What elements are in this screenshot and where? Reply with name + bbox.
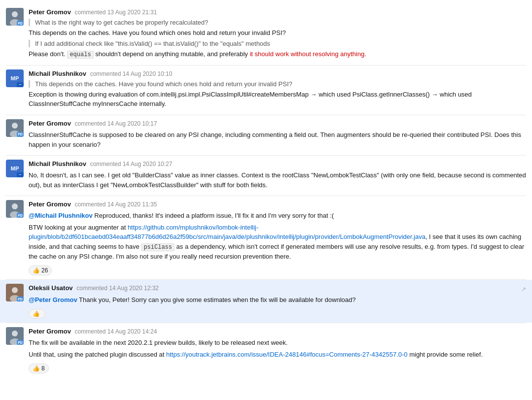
avatar: PD bbox=[6, 284, 24, 301]
comment-content: Oleksii Usatov commented 14 Aug 2020 12:… bbox=[29, 284, 526, 319]
reaction[interactable]: 👍 8 bbox=[29, 364, 49, 373]
comment-text: ClassInnerStuffCache is supposed to be c… bbox=[29, 130, 526, 149]
comment-timestamp: commented 14 Aug 2020 10:27 bbox=[90, 161, 173, 167]
comment-text: Exception is thowing during evaluation o… bbox=[29, 90, 526, 109]
comment-timestamp: commented 13 Aug 2020 21:31 bbox=[75, 9, 157, 16]
comment-text: Please don't. equals shouldn't depend on… bbox=[29, 49, 526, 59]
avatar-badge: PD bbox=[17, 340, 24, 345]
mention: @Peter Gromov bbox=[29, 296, 77, 303]
author-name: Peter Gromov bbox=[29, 200, 71, 208]
comment-timestamp: commented 14 Aug 2020 10:17 bbox=[75, 120, 157, 127]
svg-point-10 bbox=[12, 287, 18, 293]
author-name: Peter Gromov bbox=[29, 328, 71, 335]
comment-timestamp: commented 14 Aug 2020 10:10 bbox=[90, 70, 173, 77]
avatar-badge: PD bbox=[17, 21, 24, 26]
avatar: MP − bbox=[6, 160, 24, 177]
svg-point-13 bbox=[12, 331, 18, 336]
avatar-badge: PD bbox=[17, 297, 24, 301]
inline-code: psiClass bbox=[141, 243, 175, 251]
author-name: Oleksii Usatov bbox=[29, 284, 73, 292]
external-link-icon[interactable]: ↗ bbox=[521, 286, 526, 293]
reaction-emoji: 👍 bbox=[33, 365, 40, 372]
svg-point-4 bbox=[12, 123, 18, 129]
comment-header: Michail Plushnikov commented 14 Aug 2020… bbox=[29, 69, 526, 78]
reaction-count: 26 bbox=[41, 267, 48, 274]
link[interactable]: https://youtrack.jetbrains.com/issue/IDE… bbox=[166, 351, 408, 358]
avatar-badge: − bbox=[17, 172, 24, 177]
comment-block: PD Peter Gromov commented 14 Aug 2020 11… bbox=[0, 196, 532, 279]
reaction[interactable]: 👍 bbox=[29, 309, 45, 319]
comment-timestamp: commented 14 Aug 2020 11:35 bbox=[75, 201, 157, 208]
comment-text: Until that, using the patched plugin dis… bbox=[29, 350, 526, 360]
reaction[interactable]: 👍 26 bbox=[29, 266, 52, 275]
mention: @Michail Plushnikov bbox=[29, 212, 93, 219]
avatar: PD bbox=[6, 327, 24, 345]
comment-text: @Peter Gromov Thank you, Peter! Sorry ca… bbox=[29, 295, 526, 305]
comment-header: Peter Gromov commented 14 Aug 2020 11:35 bbox=[29, 200, 526, 209]
comment-text: The fix will be available in the next 20… bbox=[29, 338, 526, 348]
comment-text: No, It doesn't, as I can see. I get old … bbox=[29, 170, 526, 190]
author-name: Peter Gromov bbox=[29, 120, 71, 127]
svg-point-1 bbox=[12, 11, 18, 17]
avatar-badge: PD bbox=[17, 132, 24, 137]
author-name: Michail Plushnikov bbox=[29, 70, 86, 77]
comment-content: Michail Plushnikov commented 14 Aug 2020… bbox=[29, 69, 526, 111]
comment-content: Peter Gromov commented 14 Aug 2020 14:24… bbox=[29, 327, 526, 373]
comment-text: This depends on the caches. Have you fou… bbox=[29, 28, 526, 38]
svg-point-7 bbox=[12, 203, 18, 209]
avatar: MP − bbox=[6, 69, 24, 87]
comment-block: PD Peter Gromov commented 14 Aug 2020 14… bbox=[0, 323, 532, 377]
comment-text: @Michail Plushnikov Reproduced, thanks! … bbox=[29, 211, 526, 221]
quote-block: This depends on the caches. Have you fou… bbox=[29, 80, 526, 88]
comment-header: Oleksii Usatov commented 14 Aug 2020 12:… bbox=[29, 284, 526, 293]
comment-block: MP − Michail Plushnikov commented 14 Aug… bbox=[0, 66, 532, 115]
comment-header: Peter Gromov commented 13 Aug 2020 21:31 bbox=[29, 8, 526, 17]
avatar-initials: MP bbox=[11, 75, 19, 81]
comments-container: PD Peter Gromov commented 13 Aug 2020 21… bbox=[0, 4, 532, 377]
comment-timestamp: commented 14 Aug 2020 12:32 bbox=[76, 285, 159, 292]
comment-header: Michail Plushnikov commented 14 Aug 2020… bbox=[29, 160, 526, 168]
avatar-badge: PD bbox=[17, 213, 24, 218]
link[interactable]: https://github.com/mplushnikov/lombok-in… bbox=[29, 224, 426, 241]
comment-block: PD Oleksii Usatov commented 14 Aug 2020 … bbox=[0, 280, 532, 323]
comment-block: MP − Michail Plushnikov commented 14 Aug… bbox=[0, 156, 532, 196]
quote-block: What is the right way to get caches be p… bbox=[29, 19, 526, 26]
reaction-count: 8 bbox=[41, 365, 45, 372]
author-name: Peter Gromov bbox=[29, 8, 71, 16]
comment-content: Peter Gromov commented 13 Aug 2020 21:31… bbox=[29, 8, 526, 61]
avatar: PD bbox=[6, 200, 24, 218]
comment-header: Peter Gromov commented 14 Aug 2020 14:24 bbox=[29, 327, 526, 336]
reaction-emoji: 👍 bbox=[33, 310, 40, 317]
author-name: Michail Plushnikov bbox=[29, 160, 86, 167]
comment-text: BTW looking at your augmenter at https:/… bbox=[29, 223, 526, 262]
avatar: PD bbox=[6, 119, 24, 137]
comment-timestamp: commented 14 Aug 2020 14:24 bbox=[75, 328, 157, 335]
comment-block: PD Peter Gromov commented 13 Aug 2020 21… bbox=[0, 4, 532, 65]
avatar-initials: MP bbox=[11, 166, 19, 171]
reaction-emoji: 👍 bbox=[33, 267, 40, 274]
comment-content: Peter Gromov commented 14 Aug 2020 11:35… bbox=[29, 200, 526, 275]
comment-content: Peter Gromov commented 14 Aug 2020 10:17… bbox=[29, 119, 526, 151]
avatar: PD bbox=[6, 8, 24, 26]
comment-block: PD Peter Gromov commented 14 Aug 2020 10… bbox=[0, 115, 532, 155]
quote-block: If I add additional check like "this.isV… bbox=[29, 40, 526, 47]
inline-code: equals bbox=[67, 51, 93, 59]
comment-header: Peter Gromov commented 14 Aug 2020 10:17 bbox=[29, 119, 526, 128]
avatar-badge: − bbox=[17, 82, 24, 87]
comment-content: Michail Plushnikov commented 14 Aug 2020… bbox=[29, 160, 526, 192]
